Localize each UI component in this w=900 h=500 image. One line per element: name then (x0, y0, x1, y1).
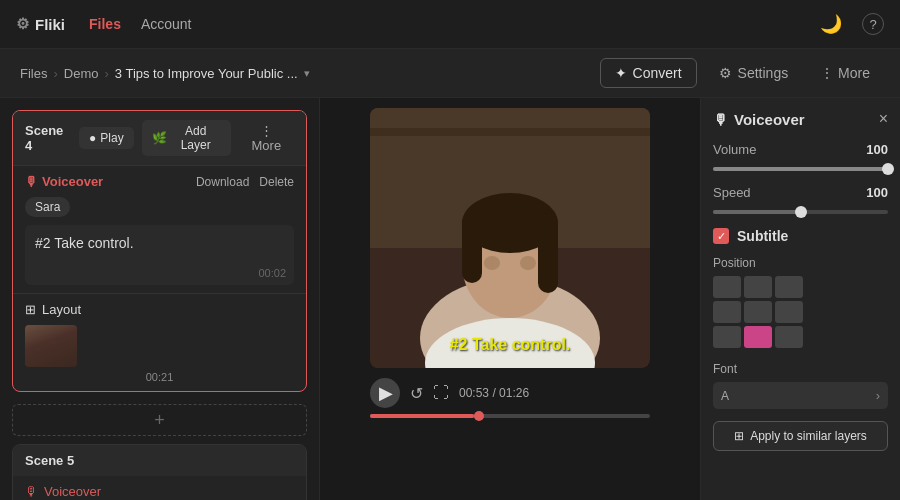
fullscreen-icon: ⛶ (433, 384, 449, 401)
position-bottom-center[interactable] (744, 326, 772, 348)
apply-icon: ⊞ (734, 429, 744, 443)
convert-label: Convert (633, 65, 682, 81)
font-selector[interactable]: A › (713, 382, 888, 409)
layout-grid-icon: ⊞ (25, 302, 36, 317)
progress-track[interactable] (370, 414, 650, 418)
progress-thumb (474, 411, 484, 421)
progress-bar[interactable] (370, 414, 650, 418)
main-layout: Scene 4 ● Play 🌿 Add Layer ⋮ More (0, 98, 900, 500)
scene-4-play-button[interactable]: ● Play (79, 127, 134, 149)
position-top-right[interactable] (775, 276, 803, 298)
settings-gear-icon: ⚙ (719, 65, 732, 81)
voiceover-section: 🎙 Voiceover Download Delete Sara #2 Take… (13, 165, 306, 293)
scene-5-voiceover: 🎙 Voiceover (13, 476, 306, 500)
position-bottom-right[interactable] (775, 326, 803, 348)
scene-4-header: Scene 4 ● Play 🌿 Add Layer ⋮ More (13, 111, 306, 165)
subtitle-text: Subtitle (737, 228, 788, 244)
convert-spark-icon: ✦ (615, 65, 627, 81)
layout-header: ⊞ Layout (25, 302, 294, 317)
scene-more-dots-icon: ⋮ (260, 123, 273, 138)
video-placeholder (370, 108, 650, 368)
position-bottom-left[interactable] (713, 326, 741, 348)
add-icon: + (154, 410, 165, 431)
apply-similar-button[interactable]: ⊞ Apply to similar layers (713, 421, 888, 451)
add-layer-icon: 🌿 (152, 131, 167, 145)
breadcrumb-actions: ✦ Convert ⚙ Settings ⋮ More (600, 58, 880, 88)
panel-close-button[interactable]: × (879, 110, 888, 128)
left-panel: Scene 4 ● Play 🌿 Add Layer ⋮ More (0, 98, 320, 500)
breadcrumb-current[interactable]: 3 Tips to Improve Your Public ... (115, 66, 298, 81)
subtitle-overlay: #2 Take control. (450, 336, 571, 354)
svg-rect-7 (462, 213, 482, 283)
position-middle-right[interactable] (775, 301, 803, 323)
subtitle-checkbox[interactable]: ✓ (713, 228, 729, 244)
breadcrumb-files[interactable]: Files (20, 66, 47, 81)
download-button[interactable]: Download (196, 175, 249, 189)
mic-icon: 🎙 (25, 174, 38, 189)
settings-button[interactable]: ⚙ Settings (709, 59, 799, 87)
panel-title: 🎙 Voiceover (713, 111, 805, 128)
video-time: 00:53 / 01:26 (459, 386, 529, 400)
top-nav: ⚙ Fliki Files Account 🌙 ? (0, 0, 900, 49)
more-label: More (838, 65, 870, 81)
dark-mode-icon[interactable]: 🌙 (820, 13, 842, 35)
panel-section-header: 🎙 Voiceover × (713, 110, 888, 128)
center-panel: #2 Take control. ▶ ↺ ⛶ 00:53 / 01:26 (320, 98, 700, 500)
position-middle-center[interactable] (744, 301, 772, 323)
svg-rect-8 (538, 213, 558, 293)
play-label: Play (100, 131, 123, 145)
volume-slider[interactable] (713, 167, 888, 171)
scene-4-title: Scene 4 (25, 123, 71, 153)
right-panel: 🎙 Voiceover × Volume 100 Speed 100 ✓ Sub… (700, 98, 900, 500)
layout-thumbnail-wrapper: 00:21 (25, 325, 294, 383)
voice-tag[interactable]: Sara (25, 197, 70, 217)
scene-4-more-label: More (252, 138, 282, 153)
layout-thumb[interactable] (25, 325, 77, 367)
position-top-left[interactable] (713, 276, 741, 298)
nav-account[interactable]: Account (141, 16, 192, 32)
position-middle-left[interactable] (713, 301, 741, 323)
voiceover-header: 🎙 Voiceover Download Delete (25, 174, 294, 189)
font-label: Font (713, 362, 888, 376)
scene-4-more-button[interactable]: ⋮ More (239, 119, 294, 157)
scene-5-title: Scene 5 (25, 453, 74, 468)
settings-label: Settings (738, 65, 789, 81)
position-top-center[interactable] (744, 276, 772, 298)
more-button[interactable]: ⋮ More (810, 59, 880, 87)
breadcrumb-demo[interactable]: Demo (64, 66, 99, 81)
scene-5-voiceover-label: Voiceover (44, 484, 101, 499)
convert-button[interactable]: ✦ Convert (600, 58, 697, 88)
voiceover-duration: 00:02 (258, 267, 286, 279)
mic-panel-icon: 🎙 (713, 111, 728, 128)
volume-value: 100 (866, 142, 888, 157)
help-icon[interactable]: ? (862, 13, 884, 35)
speed-slider[interactable] (713, 210, 888, 214)
person-silhouette (370, 108, 650, 368)
breadcrumb-bar: Files › Demo › 3 Tips to Improve Your Pu… (0, 49, 900, 98)
add-layer-label: Add Layer (171, 124, 221, 152)
video-container: #2 Take control. (370, 108, 650, 368)
video-fullscreen-button[interactable]: ⛶ (433, 384, 449, 402)
layout-label: Layout (42, 302, 81, 317)
apply-label: Apply to similar layers (750, 429, 867, 443)
add-scene-button[interactable]: + (12, 404, 307, 436)
voiceover-text: #2 Take control. (35, 235, 134, 251)
progress-fill (370, 414, 474, 418)
position-grid (713, 276, 888, 348)
video-total-time: 01:26 (499, 386, 529, 400)
chevron-down-icon: ▾ (304, 67, 310, 80)
video-play-button[interactable]: ▶ (370, 378, 400, 408)
voiceover-label: 🎙 Voiceover (25, 174, 103, 189)
voiceover-text-box[interactable]: #2 Take control. 00:02 (25, 225, 294, 285)
add-layer-button[interactable]: 🌿 Add Layer (142, 120, 231, 156)
layout-thumb-image (25, 325, 77, 367)
volume-label: Volume (713, 142, 756, 157)
speed-slider-thumb (795, 206, 807, 218)
video-replay-button[interactable]: ↺ (410, 384, 423, 403)
nav-files[interactable]: Files (89, 16, 121, 32)
layout-duration: 00:21 (25, 371, 294, 383)
scene-5-mic-icon: 🎙 (25, 484, 38, 499)
nav-right: 🌙 ? (820, 13, 884, 35)
delete-button[interactable]: Delete (259, 175, 294, 189)
gear-icon: ⚙ (16, 15, 29, 33)
